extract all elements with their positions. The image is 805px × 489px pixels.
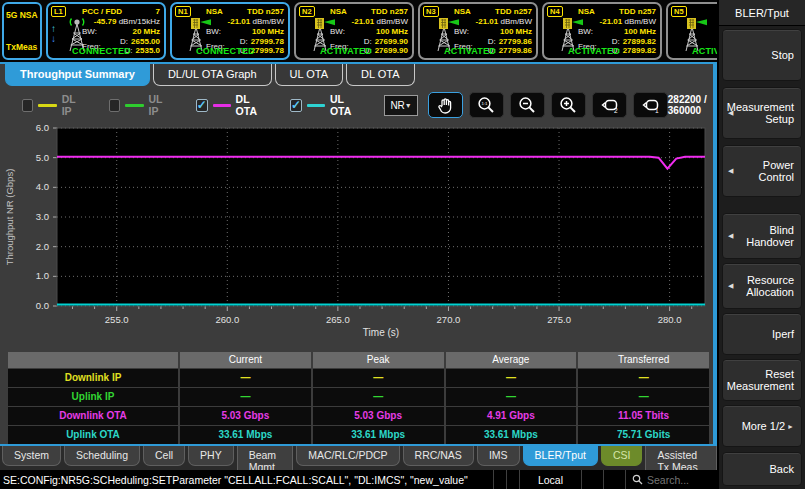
- y-tick-label: 6.0: [36, 122, 49, 133]
- table-cell: 11.05 Tbits: [578, 407, 709, 425]
- config-tab-mac-rlc-pdcp[interactable]: MAC/RLC/PDCP: [296, 446, 399, 466]
- x-tick-label: 265.0: [326, 314, 350, 325]
- cell-bw-label: BW:: [206, 27, 221, 36]
- softkey-back[interactable]: Back: [722, 452, 802, 486]
- table-cell: —: [313, 369, 444, 387]
- tab-dl-ota[interactable]: DL OTA: [346, 64, 415, 86]
- cell-dl-freq: 27999.78: [251, 37, 284, 46]
- config-tab-cell[interactable]: Cell: [143, 446, 185, 466]
- cell-bw-value: 20 MHz: [132, 27, 160, 36]
- config-tab-scheduling[interactable]: Scheduling: [64, 446, 140, 466]
- softkey-resource-allocation[interactable]: ◀Resource Allocation: [722, 263, 802, 309]
- tab-dl-ul-ota-graph[interactable]: DL/UL OTA Graph: [153, 64, 272, 86]
- cell-state-label: ACTIVATED: [320, 46, 372, 56]
- cell-status-strip: 5G NSA TxMeas L1 ↑↓ PCC /: [0, 0, 717, 62]
- tab-throughput-summary[interactable]: Throughput Summary: [5, 64, 150, 86]
- y-tick-label: 4.0: [36, 181, 49, 192]
- status-bar: SE:CONFig:NR5G:SCHeduling:SETParameter "…: [0, 470, 717, 489]
- legend-label: DL OTA: [236, 93, 264, 117]
- checkbox-dl-ota[interactable]: ✓: [196, 99, 208, 112]
- zoom-out-icon: [517, 96, 538, 114]
- scpi-status-text: SE:CONFig:NR5G:SCHeduling:SETParameter "…: [0, 474, 493, 486]
- cell-block-n3[interactable]: N3 ↑↓ NSA TDD n257: [418, 2, 538, 60]
- svg-text:1: 1: [655, 107, 659, 114]
- table-cell: —: [578, 388, 709, 406]
- softkey-stop[interactable]: Stop: [722, 29, 802, 81]
- cell-block-n2[interactable]: N2 ↑↓ NSA TDD n257: [294, 2, 414, 60]
- cell-band-value: TDD n257: [247, 7, 284, 16]
- tab-ul-ota[interactable]: UL OTA: [275, 64, 344, 86]
- system-mode-label: 5G NSA: [6, 10, 38, 20]
- config-tab-rrc-nas[interactable]: RRC/NAS: [403, 446, 474, 466]
- cell-power-value: -21.01: [228, 17, 251, 26]
- legend-item-dl-ota: ✓DL OTA: [196, 93, 264, 117]
- graph-controls-row: DL IPUL IP✓DL OTA✓UL OTA NR ▼ 1:121 2822…: [0, 90, 715, 120]
- y-tick-label: 2.0: [36, 241, 49, 252]
- cell-bw-label: BW:: [454, 27, 469, 36]
- config-tab-phy[interactable]: PHY: [188, 446, 234, 466]
- zoom-in-button[interactable]: [551, 92, 586, 118]
- cell-band-label: NSA: [206, 7, 223, 16]
- pan-hand-button[interactable]: [428, 92, 463, 118]
- cell-ul-freq: 27899.82: [623, 46, 656, 55]
- table-cell: —: [446, 388, 577, 406]
- softkey-blind-handover[interactable]: ◀Blind Handover: [722, 213, 802, 259]
- softkey-power-control[interactable]: ◀Power Control: [722, 145, 802, 197]
- throughput-chart[interactable]: 0.01.02.03.04.05.06.0255.0260.0265.0270.…: [0, 120, 713, 346]
- zoom-1to1-button[interactable]: 1:1: [469, 92, 504, 118]
- softkey-reset-measurement[interactable]: Reset Measurement: [722, 359, 802, 401]
- table-header-row-label: [8, 352, 178, 368]
- cell-block-n1[interactable]: N1 ↑↓ NSA TDD n257: [170, 2, 290, 60]
- cell-block-n4[interactable]: N4 ↑↓ NSA TDD n257: [542, 2, 662, 60]
- cell-power-value: -21.01: [600, 17, 623, 26]
- row-label-uplink-ota: Uplink OTA: [8, 426, 178, 444]
- y-tick-label: 5.0: [36, 152, 49, 163]
- zoom-out-button[interactable]: [510, 92, 545, 118]
- nr-scope-select[interactable]: NR ▼: [384, 95, 417, 116]
- cell-band-value: TDD n257: [495, 7, 532, 16]
- snapshot-2-button[interactable]: 2: [592, 92, 627, 118]
- config-tab-csi[interactable]: CSI: [601, 446, 643, 466]
- table-cell: —: [313, 388, 444, 406]
- zoom-1to1-icon: 1:1: [476, 96, 497, 114]
- softkey-panel: BLER/Tput Stop◀Measurement Setup◀Power C…: [717, 0, 805, 489]
- search-box[interactable]: [625, 470, 717, 489]
- cell-tag: N1: [175, 6, 191, 17]
- nr-scope-value: NR: [390, 100, 404, 111]
- config-tab-ims[interactable]: IMS: [477, 446, 520, 466]
- cell-block-n5[interactable]: N5 ↑↓: [666, 2, 717, 60]
- legend-item-dl-ip: DL IP: [22, 93, 83, 117]
- cell-state-label: ACTIVATED: [568, 46, 620, 56]
- softkey-iperf[interactable]: Iperf: [722, 313, 802, 355]
- legend-label: DL IP: [62, 93, 83, 117]
- cell-power-unit: dBm/BW: [376, 17, 408, 26]
- checkbox-ul-ota[interactable]: ✓: [290, 99, 302, 112]
- softkey-label: Reset Measurement: [727, 368, 794, 392]
- cell-block-l1[interactable]: L1 ↑↓ PCC / FDD 7: [46, 2, 166, 60]
- config-tab-bler-tput[interactable]: BLER/Tput: [523, 446, 598, 466]
- config-tab-system[interactable]: System: [2, 446, 61, 466]
- cell-tag: N3: [423, 6, 439, 17]
- legend-color-line: [307, 104, 325, 107]
- cell-band-value: TDD n257: [619, 7, 656, 16]
- svg-text:2: 2: [614, 107, 618, 114]
- statusbar-cell: [506, 470, 519, 489]
- row-label-downlink-ota: Downlink OTA: [8, 407, 178, 425]
- softkey-measurement-setup[interactable]: ◀Measurement Setup: [722, 87, 802, 139]
- softkey-more-1-2[interactable]: More 1/2►: [722, 405, 802, 447]
- checkbox-dl-ip[interactable]: [22, 99, 33, 112]
- snapshot-2-icon: 2: [599, 96, 620, 114]
- cell-band-label: NSA: [454, 7, 471, 16]
- y-tick-label: 1.0: [36, 270, 49, 281]
- x-tick-label: 275.0: [547, 314, 571, 325]
- cell-state-label: ACTIVATED: [444, 46, 496, 56]
- search-input[interactable]: [647, 474, 711, 486]
- chevron-down-icon: ▼: [405, 102, 412, 109]
- cell-bw-label: BW:: [330, 27, 345, 36]
- table-cell: 4.91 Gbps: [446, 407, 577, 425]
- statusbar-cell: [603, 470, 625, 489]
- snapshot-1-button[interactable]: 1: [633, 92, 668, 118]
- cell-dl-freq: 27799.86: [499, 37, 532, 46]
- legend-color-line: [38, 104, 57, 107]
- checkbox-ul-ip[interactable]: [109, 99, 120, 112]
